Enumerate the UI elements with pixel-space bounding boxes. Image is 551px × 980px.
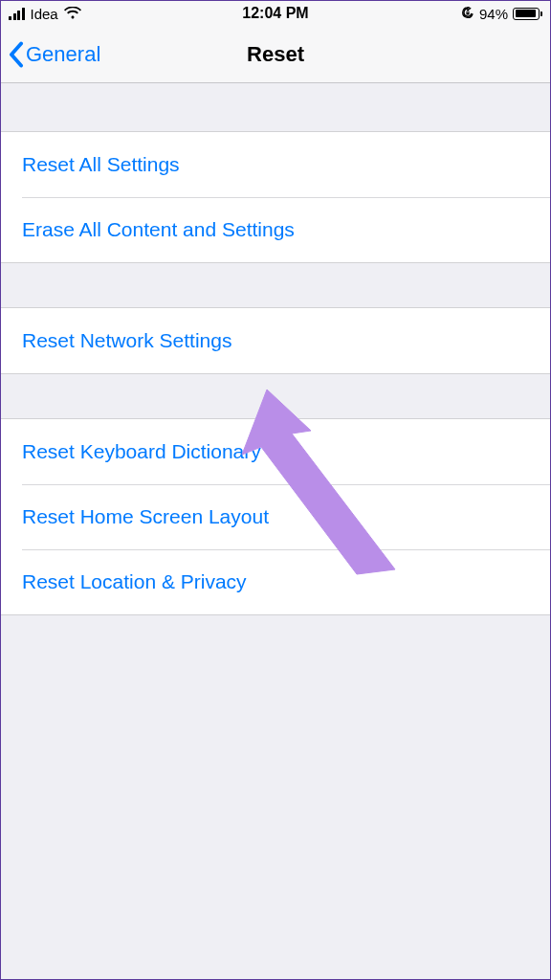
battery-icon: [513, 8, 542, 20]
reset-all-settings-row[interactable]: Reset All Settings: [1, 132, 550, 197]
settings-group: Reset Network Settings: [1, 307, 550, 374]
settings-group: Reset Keyboard Dictionary Reset Home Scr…: [1, 418, 550, 615]
row-label: Reset Network Settings: [22, 329, 231, 352]
row-label: Reset Home Screen Layout: [22, 505, 269, 528]
battery-percent: 94%: [479, 6, 508, 22]
reset-network-settings-row[interactable]: Reset Network Settings: [1, 308, 550, 373]
row-label: Erase All Content and Settings: [22, 218, 295, 241]
row-label: Reset Keyboard Dictionary: [22, 440, 261, 463]
row-label: Reset All Settings: [22, 153, 180, 176]
section-spacer: [1, 263, 550, 307]
section-spacer: [1, 83, 550, 131]
wifi-icon: [64, 7, 81, 20]
back-button[interactable]: General: [9, 41, 100, 68]
page-title: Reset: [247, 42, 304, 67]
carrier-label: Idea: [31, 6, 58, 22]
status-bar: Idea 12:04 PM 94%: [1, 1, 550, 26]
signal-icon: [9, 8, 25, 20]
erase-all-content-row[interactable]: Erase All Content and Settings: [1, 197, 550, 262]
settings-group: Reset All Settings Erase All Content and…: [1, 131, 550, 263]
reset-location-privacy-row[interactable]: Reset Location & Privacy: [1, 549, 550, 614]
section-spacer: [1, 374, 550, 418]
svg-rect-0: [466, 12, 469, 15]
row-label: Reset Location & Privacy: [22, 570, 247, 593]
status-left: Idea: [9, 6, 81, 22]
rotation-lock-icon: [461, 7, 474, 20]
reset-home-screen-layout-row[interactable]: Reset Home Screen Layout: [1, 484, 550, 549]
chevron-left-icon: [9, 41, 24, 68]
back-label: General: [26, 42, 100, 67]
status-time: 12:04 PM: [242, 5, 308, 22]
status-right: 94%: [461, 6, 542, 22]
reset-keyboard-dictionary-row[interactable]: Reset Keyboard Dictionary: [1, 419, 550, 484]
nav-bar: General Reset: [1, 26, 550, 83]
